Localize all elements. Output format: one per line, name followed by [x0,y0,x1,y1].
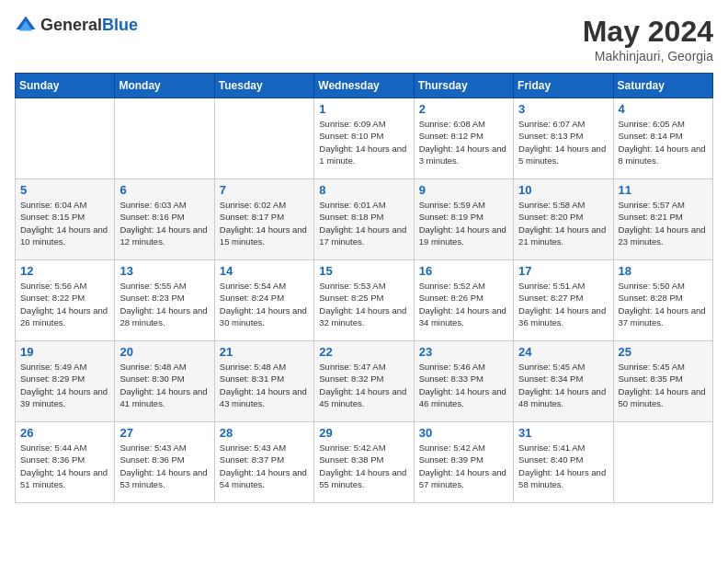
calendar-week: 5 Sunrise: 6:04 AMSunset: 8:15 PMDayligh… [16,179,713,260]
calendar-cell: 10 Sunrise: 5:58 AMSunset: 8:20 PMDaylig… [514,179,613,260]
day-number: 13 [119,264,209,278]
calendar-cell [16,98,115,179]
day-detail: Sunrise: 5:49 AMSunset: 8:29 PMDaylight:… [20,362,108,408]
calendar-cell: 3 Sunrise: 6:07 AMSunset: 8:13 PMDayligh… [514,98,613,179]
logo: General Blue [15,15,138,37]
day-detail: Sunrise: 5:58 AMSunset: 8:20 PMDaylight:… [518,200,606,247]
calendar-cell: 17 Sunrise: 5:51 AMSunset: 8:27 PMDaylig… [514,260,613,341]
calendar-cell: 21 Sunrise: 5:48 AMSunset: 8:31 PMDaylig… [214,341,313,422]
day-number: 20 [119,345,209,359]
day-header: Thursday [414,74,513,98]
title-block: May 2024 Makhinjauri, Georgia [583,15,713,63]
day-detail: Sunrise: 5:48 AMSunset: 8:31 PMDaylight:… [220,362,307,408]
day-detail: Sunrise: 6:05 AMSunset: 8:14 PMDaylight:… [619,119,706,166]
day-number: 14 [220,264,309,278]
day-number: 15 [319,264,408,278]
calendar-cell: 5 Sunrise: 6:04 AMSunset: 8:15 PMDayligh… [16,179,115,260]
calendar-cell: 23 Sunrise: 5:46 AMSunset: 8:33 PMDaylig… [414,341,513,422]
day-detail: Sunrise: 5:48 AMSunset: 8:30 PMDaylight:… [119,362,207,408]
day-header: Monday [115,74,214,98]
location: Makhinjauri, Georgia [583,49,713,63]
day-number: 27 [119,426,209,440]
calendar-cell: 4 Sunrise: 6:05 AMSunset: 8:14 PMDayligh… [613,98,712,179]
calendar-cell: 6 Sunrise: 6:03 AMSunset: 8:16 PMDayligh… [115,179,214,260]
day-number: 18 [619,264,708,278]
day-number: 9 [419,183,508,197]
day-number: 7 [220,183,309,197]
calendar-week: 26 Sunrise: 5:44 AMSunset: 8:36 PMDaylig… [16,422,713,503]
day-header: Friday [514,74,613,98]
calendar-cell: 31 Sunrise: 5:41 AMSunset: 8:40 PMDaylig… [514,422,613,503]
day-detail: Sunrise: 5:52 AMSunset: 8:26 PMDaylight:… [419,281,506,327]
calendar-cell: 16 Sunrise: 5:52 AMSunset: 8:26 PMDaylig… [414,260,513,341]
day-header: Saturday [613,74,712,98]
day-detail: Sunrise: 5:46 AMSunset: 8:33 PMDaylight:… [419,362,506,408]
header-row: SundayMondayTuesdayWednesdayThursdayFrid… [16,74,713,98]
calendar-table: SundayMondayTuesdayWednesdayThursdayFrid… [15,73,713,503]
calendar-cell: 15 Sunrise: 5:53 AMSunset: 8:25 PMDaylig… [314,260,414,341]
day-number: 26 [20,426,109,440]
day-detail: Sunrise: 5:43 AMSunset: 8:37 PMDaylight:… [220,442,307,489]
day-number: 30 [419,426,508,440]
day-detail: Sunrise: 6:02 AMSunset: 8:17 PMDaylight:… [220,200,307,247]
calendar-cell: 1 Sunrise: 6:09 AMSunset: 8:10 PMDayligh… [314,98,414,179]
day-detail: Sunrise: 5:45 AMSunset: 8:34 PMDaylight:… [518,362,606,408]
day-detail: Sunrise: 5:54 AMSunset: 8:24 PMDaylight:… [220,281,307,327]
day-detail: Sunrise: 5:42 AMSunset: 8:38 PMDaylight:… [319,442,406,489]
calendar-cell: 12 Sunrise: 5:56 AMSunset: 8:22 PMDaylig… [16,260,115,341]
calendar-cell: 25 Sunrise: 5:45 AMSunset: 8:35 PMDaylig… [613,341,712,422]
calendar-cell [214,98,313,179]
day-number: 5 [20,183,109,197]
day-number: 31 [518,426,608,440]
day-number: 25 [619,345,708,359]
day-detail: Sunrise: 6:03 AMSunset: 8:16 PMDaylight:… [119,200,207,247]
day-number: 8 [319,183,408,197]
day-number: 17 [518,264,608,278]
calendar-cell: 28 Sunrise: 5:43 AMSunset: 8:37 PMDaylig… [214,422,313,503]
day-detail: Sunrise: 5:53 AMSunset: 8:25 PMDaylight:… [319,281,406,327]
calendar-cell: 2 Sunrise: 6:08 AMSunset: 8:12 PMDayligh… [414,98,513,179]
day-detail: Sunrise: 6:04 AMSunset: 8:15 PMDaylight:… [20,200,108,247]
calendar-header: SundayMondayTuesdayWednesdayThursdayFrid… [16,74,713,98]
page-header: General Blue May 2024 Makhinjauri, Georg… [15,15,713,63]
day-detail: Sunrise: 5:45 AMSunset: 8:35 PMDaylight:… [619,362,706,408]
day-detail: Sunrise: 6:01 AMSunset: 8:18 PMDaylight:… [319,200,406,247]
day-detail: Sunrise: 5:57 AMSunset: 8:21 PMDaylight:… [619,200,706,247]
logo-icon [15,15,37,37]
calendar-week: 12 Sunrise: 5:56 AMSunset: 8:22 PMDaylig… [16,260,713,341]
calendar-week: 1 Sunrise: 6:09 AMSunset: 8:10 PMDayligh… [16,98,713,179]
day-detail: Sunrise: 5:47 AMSunset: 8:32 PMDaylight:… [319,362,406,408]
day-number: 16 [419,264,508,278]
calendar-cell: 26 Sunrise: 5:44 AMSunset: 8:36 PMDaylig… [16,422,115,503]
day-detail: Sunrise: 6:09 AMSunset: 8:10 PMDaylight:… [319,119,406,166]
day-number: 10 [518,183,608,197]
calendar-cell: 13 Sunrise: 5:55 AMSunset: 8:23 PMDaylig… [115,260,214,341]
day-header: Tuesday [214,74,313,98]
calendar-cell: 19 Sunrise: 5:49 AMSunset: 8:29 PMDaylig… [16,341,115,422]
day-number: 23 [419,345,508,359]
calendar-cell: 24 Sunrise: 5:45 AMSunset: 8:34 PMDaylig… [514,341,613,422]
day-detail: Sunrise: 5:59 AMSunset: 8:19 PMDaylight:… [419,200,506,247]
calendar-cell: 27 Sunrise: 5:43 AMSunset: 8:36 PMDaylig… [115,422,214,503]
calendar-cell: 22 Sunrise: 5:47 AMSunset: 8:32 PMDaylig… [314,341,414,422]
day-number: 21 [220,345,309,359]
day-detail: Sunrise: 5:51 AMSunset: 8:27 PMDaylight:… [518,281,606,327]
calendar-week: 19 Sunrise: 5:49 AMSunset: 8:29 PMDaylig… [16,341,713,422]
day-number: 11 [619,183,708,197]
calendar-cell [115,98,214,179]
day-detail: Sunrise: 5:55 AMSunset: 8:23 PMDaylight:… [119,281,207,327]
calendar-cell: 20 Sunrise: 5:48 AMSunset: 8:30 PMDaylig… [115,341,214,422]
day-detail: Sunrise: 5:41 AMSunset: 8:40 PMDaylight:… [518,442,606,489]
calendar-cell: 7 Sunrise: 6:02 AMSunset: 8:17 PMDayligh… [214,179,313,260]
day-header: Sunday [16,74,115,98]
day-number: 19 [20,345,109,359]
calendar-cell: 14 Sunrise: 5:54 AMSunset: 8:24 PMDaylig… [214,260,313,341]
calendar-cell: 18 Sunrise: 5:50 AMSunset: 8:28 PMDaylig… [613,260,712,341]
calendar-cell: 29 Sunrise: 5:42 AMSunset: 8:38 PMDaylig… [314,422,414,503]
logo-general: General Blue [40,17,138,35]
day-detail: Sunrise: 5:44 AMSunset: 8:36 PMDaylight:… [20,442,108,489]
day-number: 6 [119,183,209,197]
day-detail: Sunrise: 5:43 AMSunset: 8:36 PMDaylight:… [119,442,207,489]
day-number: 1 [319,102,408,116]
day-number: 22 [319,345,408,359]
